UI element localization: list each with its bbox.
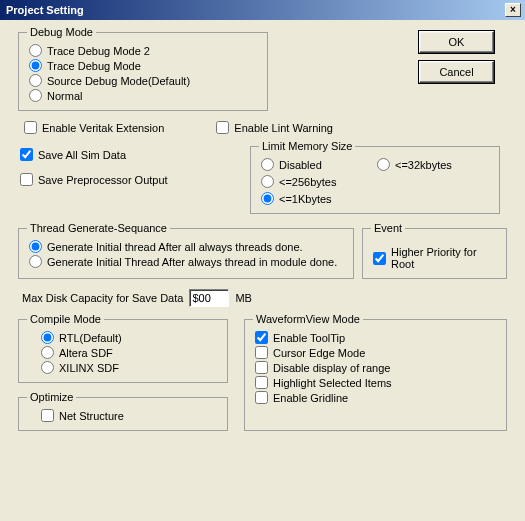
label-trace-debug: Trace Debug Mode <box>47 60 141 72</box>
radio-source-debug[interactable] <box>29 74 42 87</box>
radio-tge-module[interactable] <box>29 255 42 268</box>
limit-memory-group: Limit Memory Size Disabled <=32kbytes <=… <box>250 140 500 214</box>
radio-mem-32k[interactable] <box>377 158 390 171</box>
check-net-structure[interactable] <box>41 409 54 422</box>
check-disable-range[interactable] <box>255 361 268 374</box>
thread-generate-legend: Thread Generate-Sequance <box>27 222 170 234</box>
waveform-legend: WaveformView Mode <box>253 313 363 325</box>
radio-mem-256[interactable] <box>261 175 274 188</box>
label-mem-disabled: Disabled <box>279 159 322 171</box>
label-tge-all-always: Generate Initial thread After all always… <box>47 241 303 253</box>
label-altera: Altera SDF <box>59 347 113 359</box>
label-save-all-sim: Save All Sim Data <box>38 149 126 161</box>
radio-mem-disabled[interactable] <box>261 158 274 171</box>
label-save-preproc: Save Preprocessor Output <box>38 174 168 186</box>
label-normal: Normal <box>47 90 82 102</box>
debug-mode-group: Debug Mode Trace Debug Mode 2 Trace Debu… <box>18 26 268 111</box>
limit-memory-legend: Limit Memory Size <box>259 140 355 152</box>
label-enable-gridline: Enable Gridline <box>273 392 348 404</box>
check-save-all-sim[interactable] <box>20 148 33 161</box>
label-highlight-selected: Highlight Selected Items <box>273 377 392 389</box>
radio-tge-all-always[interactable] <box>29 240 42 253</box>
label-mem-256: <=256bytes <box>279 176 337 188</box>
label-net-structure: Net Structure <box>59 410 124 422</box>
compile-mode-group: Compile Mode RTL(Default) Altera SDF XIL… <box>18 313 228 383</box>
radio-trace-debug-2[interactable] <box>29 44 42 57</box>
cancel-button[interactable]: Cancel <box>419 61 494 83</box>
max-disk-unit: MB <box>235 292 252 304</box>
label-source-debug: Source Debug Mode(Default) <box>47 75 190 87</box>
check-highlight-selected[interactable] <box>255 376 268 389</box>
close-icon[interactable]: × <box>505 3 521 17</box>
label-tge-module: Generate Initial Thread After always thr… <box>47 256 337 268</box>
label-higher-priority: Higher Priority for Root <box>391 246 498 270</box>
radio-mem-1k[interactable] <box>261 192 274 205</box>
event-group: Event Higher Priority for Root <box>362 222 507 279</box>
debug-mode-legend: Debug Mode <box>27 26 96 38</box>
compile-mode-legend: Compile Mode <box>27 313 104 325</box>
check-save-preproc[interactable] <box>20 173 33 186</box>
waveform-group: WaveformView Mode Enable ToolTip Cursor … <box>244 313 507 431</box>
dialog-content: OK Cancel Debug Mode Trace Debug Mode 2 … <box>0 20 525 441</box>
radio-xilinx[interactable] <box>41 361 54 374</box>
thread-generate-group: Thread Generate-Sequance Generate Initia… <box>18 222 354 279</box>
check-higher-priority[interactable] <box>373 252 386 265</box>
label-mem-1k: <=1Kbytes <box>279 193 332 205</box>
event-legend: Event <box>371 222 405 234</box>
ok-button[interactable]: OK <box>419 31 494 53</box>
max-disk-input[interactable] <box>189 289 229 307</box>
label-enable-lint: Enable Lint Warning <box>234 122 333 134</box>
label-rtl: RTL(Default) <box>59 332 122 344</box>
check-enable-gridline[interactable] <box>255 391 268 404</box>
check-enable-tooltip[interactable] <box>255 331 268 344</box>
radio-rtl[interactable] <box>41 331 54 344</box>
max-disk-label: Max Disk Capacity for Save Data <box>22 292 183 304</box>
window-title: Project Setting <box>6 4 84 16</box>
check-enable-lint[interactable] <box>216 121 229 134</box>
optimize-group: Optimize Net Structure <box>18 391 228 431</box>
check-cursor-edge[interactable] <box>255 346 268 359</box>
label-trace-debug-2: Trace Debug Mode 2 <box>47 45 150 57</box>
radio-altera[interactable] <box>41 346 54 359</box>
optimize-legend: Optimize <box>27 391 76 403</box>
radio-normal[interactable] <box>29 89 42 102</box>
radio-trace-debug[interactable] <box>29 59 42 72</box>
label-enable-tooltip: Enable ToolTip <box>273 332 345 344</box>
label-xilinx: XILINX SDF <box>59 362 119 374</box>
label-disable-range: Disable display of range <box>273 362 390 374</box>
label-mem-32k: <=32kbytes <box>395 159 452 171</box>
label-enable-veritak: Enable Veritak Extension <box>42 122 164 134</box>
label-cursor-edge: Cursor Edge Mode <box>273 347 365 359</box>
titlebar: Project Setting × <box>0 0 525 20</box>
check-enable-veritak[interactable] <box>24 121 37 134</box>
